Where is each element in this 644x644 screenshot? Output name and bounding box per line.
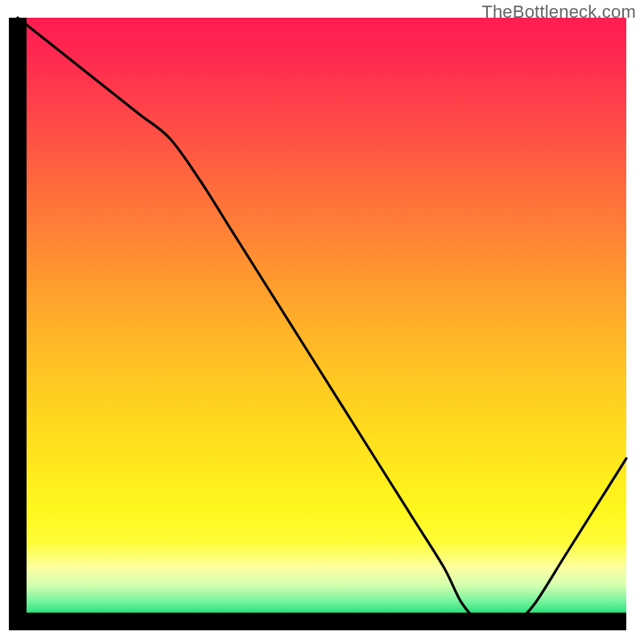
svg-rect-1 [625, 613, 626, 630]
watermark-text: TheBottleneck.com [481, 2, 636, 23]
plot-background [18, 18, 626, 621]
chart-container: TheBottleneck.com [0, 0, 644, 644]
svg-rect-0 [9, 18, 27, 19]
bottleneck-curve-chart [0, 0, 644, 644]
